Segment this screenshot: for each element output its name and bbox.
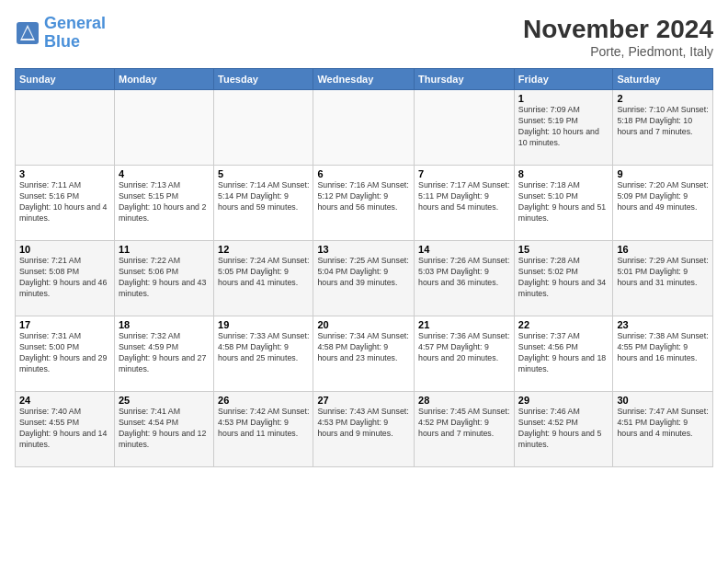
calendar-cell bbox=[415, 90, 515, 166]
calendar-cell bbox=[16, 90, 115, 166]
calendar-cell: 9Sunrise: 7:20 AM Sunset: 5:09 PM Daylig… bbox=[613, 166, 713, 241]
day-number: 8 bbox=[518, 168, 609, 179]
calendar-cell: 17Sunrise: 7:31 AM Sunset: 5:00 PM Dayli… bbox=[16, 316, 115, 392]
calendar-cell: 30Sunrise: 7:47 AM Sunset: 4:51 PM Dayli… bbox=[613, 392, 713, 467]
location-subtitle: Porte, Piedmont, Italy bbox=[523, 44, 713, 59]
day-number: 19 bbox=[218, 319, 309, 330]
day-info: Sunrise: 7:40 AM Sunset: 4:55 PM Dayligh… bbox=[19, 407, 110, 451]
day-number: 11 bbox=[119, 244, 210, 255]
day-number: 17 bbox=[19, 319, 110, 330]
day-info: Sunrise: 7:31 AM Sunset: 5:00 PM Dayligh… bbox=[19, 331, 110, 375]
calendar-cell: 3Sunrise: 7:11 AM Sunset: 5:16 PM Daylig… bbox=[16, 166, 115, 241]
day-info: Sunrise: 7:25 AM Sunset: 5:04 PM Dayligh… bbox=[317, 256, 410, 289]
day-number: 13 bbox=[317, 244, 410, 255]
calendar-cell: 19Sunrise: 7:33 AM Sunset: 4:58 PM Dayli… bbox=[214, 316, 313, 392]
calendar-cell: 7Sunrise: 7:17 AM Sunset: 5:11 PM Daylig… bbox=[415, 166, 515, 241]
calendar-cell: 5Sunrise: 7:14 AM Sunset: 5:14 PM Daylig… bbox=[214, 166, 313, 241]
calendar-cell: 13Sunrise: 7:25 AM Sunset: 5:04 PM Dayli… bbox=[313, 241, 415, 316]
weekday-sunday: Sunday bbox=[16, 69, 115, 90]
weekday-row: SundayMondayTuesdayWednesdayThursdayFrid… bbox=[16, 69, 713, 90]
calendar-week-2: 10Sunrise: 7:21 AM Sunset: 5:08 PM Dayli… bbox=[16, 241, 713, 316]
calendar-week-1: 3Sunrise: 7:11 AM Sunset: 5:16 PM Daylig… bbox=[16, 166, 713, 241]
day-info: Sunrise: 7:38 AM Sunset: 4:55 PM Dayligh… bbox=[617, 331, 709, 364]
calendar-body: 1Sunrise: 7:09 AM Sunset: 5:19 PM Daylig… bbox=[16, 90, 713, 467]
logo-blue: Blue bbox=[44, 33, 106, 52]
day-number: 18 bbox=[119, 319, 210, 330]
calendar-cell bbox=[313, 90, 415, 166]
day-number: 3 bbox=[19, 168, 110, 179]
day-info: Sunrise: 7:22 AM Sunset: 5:06 PM Dayligh… bbox=[119, 256, 210, 300]
title-area: November 2024 Porte, Piedmont, Italy bbox=[523, 15, 713, 59]
day-info: Sunrise: 7:45 AM Sunset: 4:52 PM Dayligh… bbox=[418, 407, 510, 440]
weekday-thursday: Thursday bbox=[415, 69, 515, 90]
weekday-monday: Monday bbox=[114, 69, 213, 90]
calendar-cell bbox=[214, 90, 313, 166]
calendar-cell: 18Sunrise: 7:32 AM Sunset: 4:59 PM Dayli… bbox=[114, 316, 213, 392]
calendar-cell: 24Sunrise: 7:40 AM Sunset: 4:55 PM Dayli… bbox=[16, 392, 115, 467]
calendar-cell: 10Sunrise: 7:21 AM Sunset: 5:08 PM Dayli… bbox=[16, 241, 115, 316]
day-number: 2 bbox=[617, 93, 709, 104]
calendar-cell: 6Sunrise: 7:16 AM Sunset: 5:12 PM Daylig… bbox=[313, 166, 415, 241]
day-number: 27 bbox=[317, 395, 410, 406]
calendar-cell: 4Sunrise: 7:13 AM Sunset: 5:15 PM Daylig… bbox=[114, 166, 213, 241]
day-info: Sunrise: 7:41 AM Sunset: 4:54 PM Dayligh… bbox=[119, 407, 210, 451]
day-number: 5 bbox=[218, 168, 309, 179]
day-info: Sunrise: 7:42 AM Sunset: 4:53 PM Dayligh… bbox=[218, 407, 309, 440]
day-info: Sunrise: 7:10 AM Sunset: 5:18 PM Dayligh… bbox=[617, 105, 709, 138]
day-number: 16 bbox=[617, 244, 709, 255]
day-number: 14 bbox=[418, 244, 510, 255]
day-number: 20 bbox=[317, 319, 410, 330]
calendar-cell: 27Sunrise: 7:43 AM Sunset: 4:53 PM Dayli… bbox=[313, 392, 415, 467]
calendar-cell: 11Sunrise: 7:22 AM Sunset: 5:06 PM Dayli… bbox=[114, 241, 213, 316]
day-number: 23 bbox=[617, 319, 709, 330]
calendar-cell: 12Sunrise: 7:24 AM Sunset: 5:05 PM Dayli… bbox=[214, 241, 313, 316]
calendar-cell bbox=[114, 90, 213, 166]
logo-text: General Blue bbox=[44, 15, 106, 52]
calendar-cell: 1Sunrise: 7:09 AM Sunset: 5:19 PM Daylig… bbox=[514, 90, 613, 166]
day-info: Sunrise: 7:33 AM Sunset: 4:58 PM Dayligh… bbox=[218, 331, 309, 364]
day-info: Sunrise: 7:37 AM Sunset: 4:56 PM Dayligh… bbox=[518, 331, 609, 375]
day-info: Sunrise: 7:13 AM Sunset: 5:15 PM Dayligh… bbox=[119, 180, 210, 224]
calendar-cell: 15Sunrise: 7:28 AM Sunset: 5:02 PM Dayli… bbox=[514, 241, 613, 316]
day-number: 7 bbox=[418, 168, 510, 179]
calendar-cell: 2Sunrise: 7:10 AM Sunset: 5:18 PM Daylig… bbox=[613, 90, 713, 166]
day-number: 26 bbox=[218, 395, 309, 406]
day-info: Sunrise: 7:36 AM Sunset: 4:57 PM Dayligh… bbox=[418, 331, 510, 364]
calendar-cell: 29Sunrise: 7:46 AM Sunset: 4:52 PM Dayli… bbox=[514, 392, 613, 467]
calendar-cell: 28Sunrise: 7:45 AM Sunset: 4:52 PM Dayli… bbox=[415, 392, 515, 467]
day-info: Sunrise: 7:24 AM Sunset: 5:05 PM Dayligh… bbox=[218, 256, 309, 289]
day-number: 1 bbox=[518, 93, 609, 104]
day-info: Sunrise: 7:16 AM Sunset: 5:12 PM Dayligh… bbox=[317, 180, 410, 213]
day-number: 24 bbox=[19, 395, 110, 406]
logo: General Blue bbox=[15, 15, 106, 52]
weekday-wednesday: Wednesday bbox=[313, 69, 415, 90]
logo-general: General bbox=[44, 14, 106, 32]
day-info: Sunrise: 7:14 AM Sunset: 5:14 PM Dayligh… bbox=[218, 180, 309, 213]
month-title: November 2024 bbox=[523, 15, 713, 44]
calendar-cell: 14Sunrise: 7:26 AM Sunset: 5:03 PM Dayli… bbox=[415, 241, 515, 316]
weekday-tuesday: Tuesday bbox=[214, 69, 313, 90]
day-info: Sunrise: 7:18 AM Sunset: 5:10 PM Dayligh… bbox=[518, 180, 609, 224]
calendar-header: SundayMondayTuesdayWednesdayThursdayFrid… bbox=[16, 69, 713, 90]
calendar-week-4: 24Sunrise: 7:40 AM Sunset: 4:55 PM Dayli… bbox=[16, 392, 713, 467]
day-number: 28 bbox=[418, 395, 510, 406]
day-info: Sunrise: 7:32 AM Sunset: 4:59 PM Dayligh… bbox=[119, 331, 210, 375]
day-number: 22 bbox=[518, 319, 609, 330]
day-info: Sunrise: 7:11 AM Sunset: 5:16 PM Dayligh… bbox=[19, 180, 110, 224]
calendar-cell: 25Sunrise: 7:41 AM Sunset: 4:54 PM Dayli… bbox=[114, 392, 213, 467]
day-number: 30 bbox=[617, 395, 709, 406]
page: General Blue November 2024 Porte, Piedmo… bbox=[0, 0, 728, 563]
day-info: Sunrise: 7:26 AM Sunset: 5:03 PM Dayligh… bbox=[418, 256, 510, 289]
calendar-cell: 20Sunrise: 7:34 AM Sunset: 4:58 PM Dayli… bbox=[313, 316, 415, 392]
day-number: 15 bbox=[518, 244, 609, 255]
calendar-cell: 23Sunrise: 7:38 AM Sunset: 4:55 PM Dayli… bbox=[613, 316, 713, 392]
calendar-cell: 22Sunrise: 7:37 AM Sunset: 4:56 PM Dayli… bbox=[514, 316, 613, 392]
day-number: 12 bbox=[218, 244, 309, 255]
calendar-cell: 8Sunrise: 7:18 AM Sunset: 5:10 PM Daylig… bbox=[514, 166, 613, 241]
calendar-table: SundayMondayTuesdayWednesdayThursdayFrid… bbox=[15, 68, 713, 467]
calendar-week-0: 1Sunrise: 7:09 AM Sunset: 5:19 PM Daylig… bbox=[16, 90, 713, 166]
day-info: Sunrise: 7:28 AM Sunset: 5:02 PM Dayligh… bbox=[518, 256, 609, 300]
day-number: 29 bbox=[518, 395, 609, 406]
day-info: Sunrise: 7:29 AM Sunset: 5:01 PM Dayligh… bbox=[617, 256, 709, 289]
day-number: 6 bbox=[317, 168, 410, 179]
